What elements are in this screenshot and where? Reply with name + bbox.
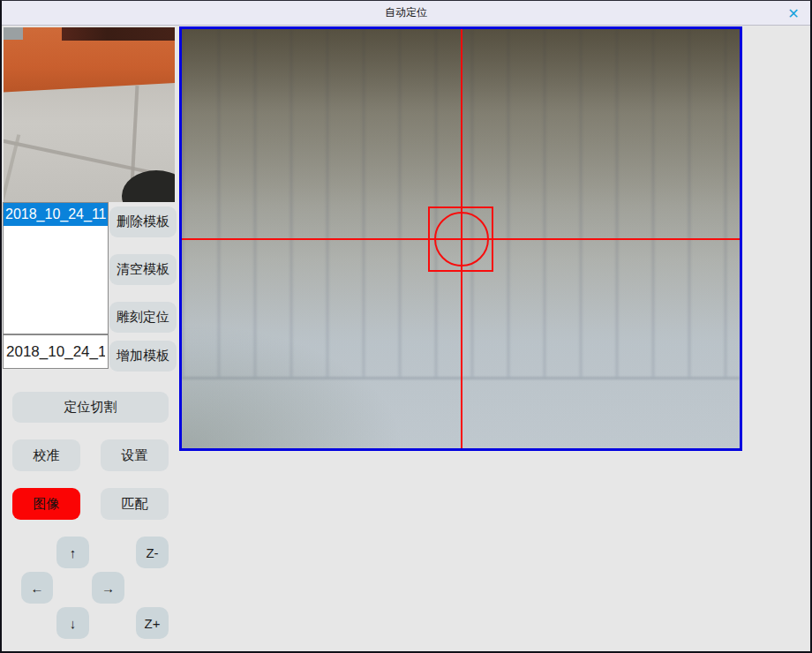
position-cut-button[interactable]: 定位切割 bbox=[12, 392, 169, 423]
auto-position-dialog: 自动定位 ✕ 2018_10_24_11 删除模板 清空模板 雕刻定位 增加模板… bbox=[0, 0, 812, 653]
jog-z-minus-button[interactable]: Z- bbox=[136, 537, 169, 568]
engrave-position-button[interactable]: 雕刻定位 bbox=[109, 302, 177, 333]
preview-dark-object bbox=[122, 170, 175, 202]
template-list[interactable]: 2018_10_24_11 bbox=[3, 202, 109, 334]
add-template-button[interactable]: 增加模板 bbox=[109, 341, 177, 372]
jog-z-plus-button[interactable]: Z+ bbox=[136, 607, 169, 639]
delete-template-button[interactable]: 删除模板 bbox=[109, 206, 177, 237]
template-list-item[interactable]: 2018_10_24_11 bbox=[4, 203, 108, 226]
camera-view[interactable] bbox=[179, 26, 742, 451]
clear-templates-button[interactable]: 清空模板 bbox=[109, 254, 177, 285]
roi-circle bbox=[434, 212, 489, 266]
camera-corner-shadow bbox=[182, 323, 405, 449]
template-name-field[interactable] bbox=[3, 334, 109, 369]
dialog-title: 自动定位 bbox=[385, 5, 427, 20]
jog-left-button[interactable]: ← bbox=[21, 572, 53, 604]
template-preview-image bbox=[4, 27, 175, 202]
settings-button[interactable]: 设置 bbox=[101, 439, 169, 471]
jog-down-button[interactable]: ↓ bbox=[56, 607, 89, 639]
jog-right-button[interactable]: → bbox=[92, 572, 124, 604]
calibrate-button[interactable]: 校准 bbox=[12, 439, 80, 471]
image-button-active[interactable]: 图像 bbox=[12, 488, 80, 520]
close-icon[interactable]: ✕ bbox=[784, 4, 803, 23]
preview-dark-band bbox=[62, 27, 175, 41]
preview-gray-block bbox=[4, 27, 23, 40]
title-bar: 自动定位 ✕ bbox=[2, 1, 810, 26]
match-button[interactable]: 匹配 bbox=[101, 488, 169, 520]
jog-up-button[interactable]: ↑ bbox=[56, 537, 89, 568]
